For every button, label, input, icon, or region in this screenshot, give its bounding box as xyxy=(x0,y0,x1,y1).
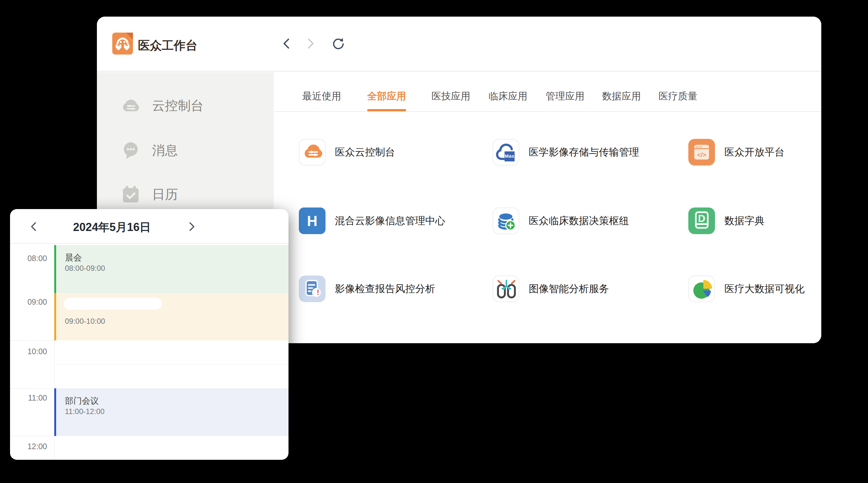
tab-clinical[interactable]: 临床应用 xyxy=(489,90,527,103)
time-label: 08:00 xyxy=(10,254,47,263)
tab-admin[interactable]: 管理应用 xyxy=(546,90,585,103)
exclamation-badge: ! xyxy=(314,288,322,297)
event-title: 晨会 xyxy=(65,252,82,263)
calendar-header: 2024年5月16日 xyxy=(10,209,288,244)
code-badge: </> xyxy=(694,151,710,159)
gridline xyxy=(10,436,54,436)
app-hybrid-cloud-center[interactable]: H 混合云影像信息管理中心 xyxy=(299,207,445,234)
event-department-meeting[interactable]: 部门会议 11:00-12:00 xyxy=(54,388,288,436)
back-button[interactable] xyxy=(279,36,293,51)
tab-divider xyxy=(275,111,821,112)
mas-cloud-icon: Mas xyxy=(493,139,519,165)
active-tab-underline xyxy=(367,109,406,111)
app-cloud-console[interactable]: 医众云控制台 xyxy=(299,139,395,165)
sidebar-item-label: 消息 xyxy=(152,142,178,159)
calendar-panel: 2024年5月16日 08:00 09:00 10:00 11:00 12:00… xyxy=(10,209,288,460)
app-label: 数据字典 xyxy=(724,214,765,228)
event-title: 部门会议 xyxy=(65,395,99,407)
content-area: 最近使用 全部应用 医技应用 临床应用 管理应用 数据应用 医疗质量 xyxy=(274,72,821,343)
event-time: 08:00-09:00 xyxy=(65,264,105,273)
open-platform-icon: </> xyxy=(688,139,715,165)
report-risk-icon: ! xyxy=(299,276,326,302)
calendar-icon xyxy=(121,184,141,204)
sidebar-item-messages[interactable]: 消息 xyxy=(97,137,274,164)
app-open-platform[interactable]: </> 医众开放平台 xyxy=(688,139,784,165)
event-unnamed[interactable]: 09:00-10:00 xyxy=(54,293,288,341)
sidebar-item-label: 日历 xyxy=(152,186,178,203)
app-medical-image-storage[interactable]: Mas 医学影像存储与传输管理 xyxy=(493,139,639,165)
app-title: 医众工作台 xyxy=(138,38,197,54)
gridline xyxy=(10,388,54,389)
h-badge: H xyxy=(299,213,326,229)
refresh-button[interactable] xyxy=(331,36,346,51)
sidebar-item-calendar[interactable]: 日历 xyxy=(97,181,274,208)
lungs-ai-icon xyxy=(493,276,519,302)
event-morning-meeting[interactable]: 晨会 08:00-09:00 xyxy=(54,245,288,293)
clinical-database-icon xyxy=(493,207,519,234)
app-clinical-data-hub[interactable]: 医众临床数据决策枢纽 xyxy=(493,207,629,234)
app-label: 图像智能分析服务 xyxy=(529,282,609,296)
app-report-risk-analysis[interactable]: ! 影像检查报告风控分析 xyxy=(299,276,435,302)
app-logo-icon xyxy=(112,33,133,55)
app-image-ai-service[interactable]: 图像智能分析服务 xyxy=(493,276,609,302)
tab-data[interactable]: 数据应用 xyxy=(602,90,641,103)
data-dictionary-icon: D xyxy=(688,207,715,234)
sidebar-item-label: 云控制台 xyxy=(152,97,204,115)
app-label: 医众云控制台 xyxy=(335,146,395,159)
app-label: 影像检查报告风控分析 xyxy=(335,282,435,296)
event-time: 09:00-10:00 xyxy=(65,317,105,326)
time-label: 09:00 xyxy=(10,297,47,307)
calendar-date-title: 2024年5月16日 xyxy=(54,220,170,235)
calendar-next-button[interactable] xyxy=(186,220,198,233)
hybrid-cloud-icon: H xyxy=(299,207,326,234)
message-icon xyxy=(121,140,141,160)
cloud-console-icon xyxy=(299,139,326,165)
tab-medtech[interactable]: 医技应用 xyxy=(432,90,470,103)
gridline xyxy=(10,341,54,341)
forward-button[interactable] xyxy=(304,36,318,51)
time-label: 12:00 xyxy=(10,442,47,451)
titlebar: 医众工作台 xyxy=(97,17,821,71)
tab-quality[interactable]: 医疗质量 xyxy=(658,90,698,103)
app-data-dictionary[interactable]: D 数据字典 xyxy=(688,207,765,234)
event-title-placeholder xyxy=(64,298,162,310)
app-big-data-visualization[interactable]: 医疗大数据可视化 xyxy=(688,276,805,302)
d-badge: D xyxy=(688,213,715,224)
gridline xyxy=(54,364,288,364)
tab-all-apps[interactable]: 全部应用 xyxy=(367,90,406,103)
tab-recent[interactable]: 最近使用 xyxy=(302,90,341,103)
pie-chart-icon xyxy=(688,276,715,302)
app-label: 混合云影像信息管理中心 xyxy=(335,214,445,228)
app-label: 医学影像存储与传输管理 xyxy=(529,146,639,159)
time-label: 10:00 xyxy=(10,347,47,356)
calendar-body: 08:00 09:00 10:00 11:00 12:00 晨会 08:00-0… xyxy=(10,244,288,460)
time-label: 11:00 xyxy=(10,393,47,402)
stage: 医众工作台 xyxy=(0,0,868,483)
app-label: 医众临床数据决策枢纽 xyxy=(529,214,629,228)
app-label: 医众开放平台 xyxy=(724,146,784,159)
event-time: 11:00-12:00 xyxy=(65,407,104,416)
mas-badge: Mas xyxy=(504,153,515,159)
sidebar-item-cloud-console[interactable]: 云控制台 xyxy=(97,92,274,119)
calendar-prev-button[interactable] xyxy=(27,220,40,233)
cloud-console-icon xyxy=(121,96,141,116)
app-label: 医疗大数据可视化 xyxy=(724,282,805,296)
